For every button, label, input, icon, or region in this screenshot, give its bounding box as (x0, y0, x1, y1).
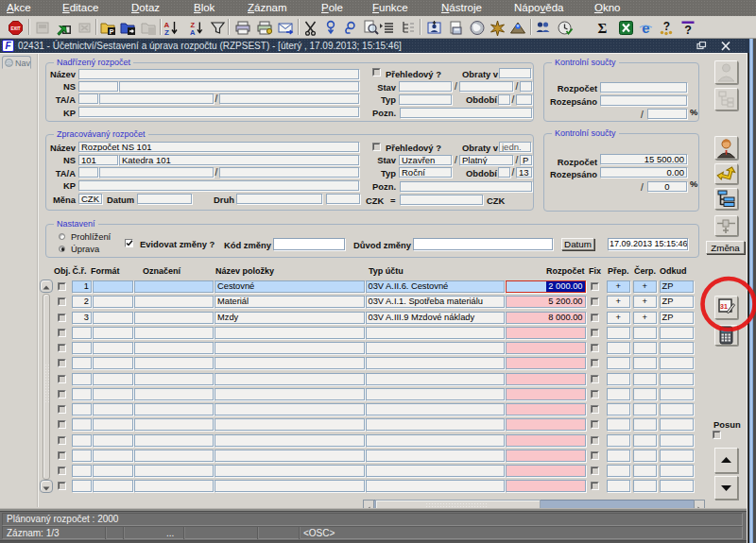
svg-text:Σ: Σ (598, 21, 608, 36)
svg-text:?: ? (684, 24, 692, 37)
svg-text:EXIT: EXIT (10, 26, 20, 31)
svg-text:P: P (110, 28, 114, 35)
svg-text:e: e (642, 20, 649, 36)
svg-text:Z: Z (164, 28, 169, 36)
svg-text:?: ? (663, 20, 670, 33)
svg-text:A: A (190, 28, 196, 36)
